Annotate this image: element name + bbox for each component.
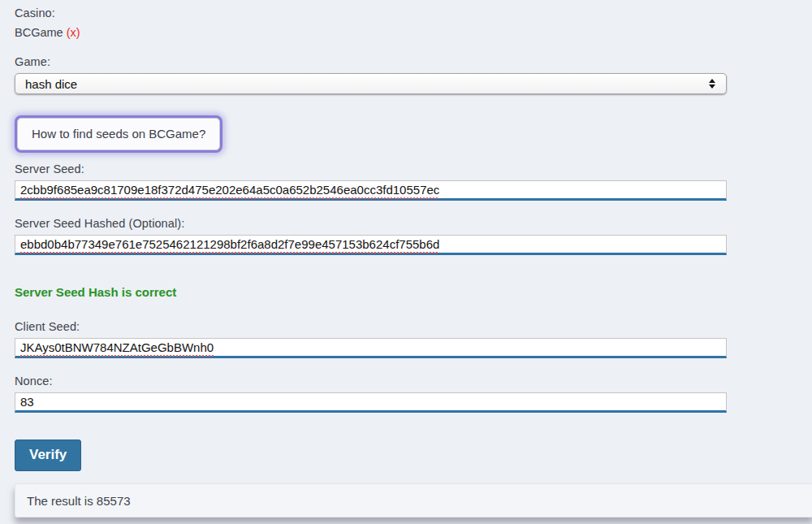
game-select-value: hash dice [15, 77, 77, 91]
nonce-value: 83 [20, 395, 34, 409]
server-seed-value: 2cbb9f685ea9c81709e18f372d475e202e64a5c0… [20, 183, 439, 197]
how-to-find-seeds-button[interactable]: How to find seeds on BCGame? [17, 118, 220, 150]
server-seed-input[interactable]: 2cbb9f685ea9c81709e18f372d475e202e64a5c0… [15, 180, 727, 201]
casino-remove-link[interactable]: (x) [67, 26, 80, 39]
client-seed-value: JKAys0tBNW784NZAtGeGbBWnh0 [20, 340, 214, 354]
server-seed-label: Server Seed: [15, 162, 812, 175]
server-seed-hashed-input[interactable]: ebbd0b4b77349e761e7525462121298bf2f6a8d2… [15, 235, 727, 255]
up-down-arrows-icon [709, 79, 715, 89]
up-arrow-icon [709, 79, 715, 83]
game-label: Game: [15, 55, 812, 68]
server-seed-hashed-value: ebbd0b4b77349e761e7525462121298bf2f6a8d2… [20, 237, 439, 251]
casino-label: Casino: [15, 6, 812, 19]
hash-status-message: Server Seed Hash is correct [15, 285, 812, 299]
casino-selection: BCGame (x) [15, 26, 812, 39]
down-arrow-icon [709, 84, 715, 89]
verifier-form: Casino: BCGame (x) Game: hash dice How t… [0, 0, 812, 518]
nonce-label: Nonce: [15, 375, 812, 388]
verify-button[interactable]: Verify [15, 440, 81, 471]
result-panel: The result is 85573 [15, 483, 812, 518]
client-seed-label: Client Seed: [15, 320, 812, 333]
casino-name: BCGame [15, 26, 63, 39]
game-select[interactable]: hash dice [15, 73, 727, 94]
result-text: The result is 85573 [15, 494, 131, 508]
nonce-input[interactable]: 83 [15, 392, 727, 413]
client-seed-input[interactable]: JKAys0tBNW784NZAtGeGbBWnh0 [15, 338, 727, 358]
server-seed-hashed-label: Server Seed Hashed (Optional): [15, 217, 812, 230]
